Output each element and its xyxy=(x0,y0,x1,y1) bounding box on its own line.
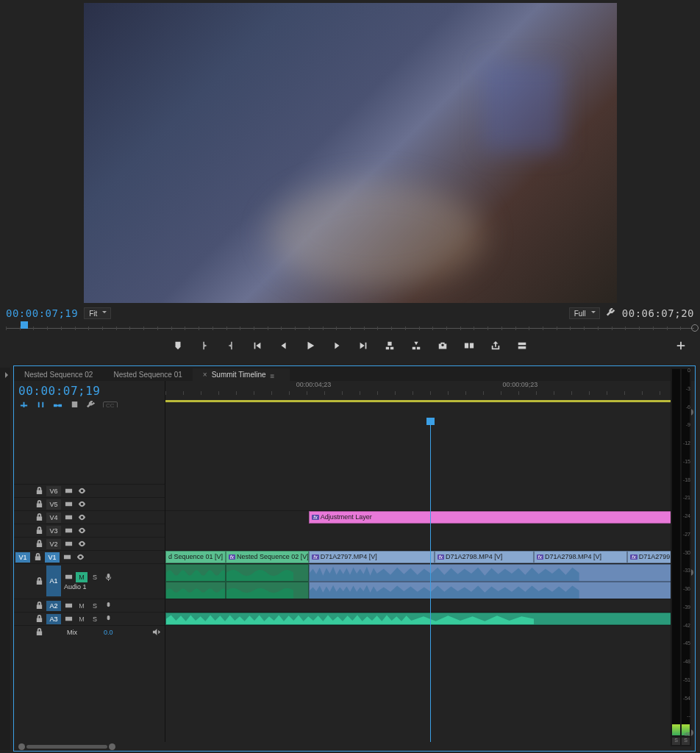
toggle-track-output-icon[interactable] xyxy=(76,526,88,536)
lock-icon[interactable] xyxy=(33,601,45,611)
mark-in-button[interactable] xyxy=(199,340,210,351)
export-frame-button[interactable] xyxy=(437,340,449,351)
proxy-toggle-button[interactable] xyxy=(516,340,528,351)
tab-summit-timeline[interactable]: × Summit Timeline xyxy=(193,368,290,381)
voiceover-record-icon[interactable] xyxy=(102,572,114,582)
track-header-a3[interactable]: A3 M S xyxy=(14,612,165,625)
audio-clip-a3[interactable] xyxy=(165,613,688,625)
mute-button[interactable]: M xyxy=(76,601,88,611)
sync-lock-icon[interactable] xyxy=(61,552,73,563)
clip-d71a2798a[interactable]: fxD71A2798.MP4 [V] xyxy=(435,551,534,563)
track-mix-row[interactable] xyxy=(165,625,688,638)
zoom-handle-left[interactable] xyxy=(18,743,25,750)
zoom-scrollbar[interactable] xyxy=(26,745,107,749)
track-label[interactable]: A2 xyxy=(46,601,61,611)
track-a2-row[interactable] xyxy=(165,599,688,612)
toggle-track-output-icon[interactable] xyxy=(74,552,86,563)
sync-lock-icon[interactable] xyxy=(63,486,74,496)
track-header-a2[interactable]: A2 M S xyxy=(14,599,165,612)
lock-icon[interactable] xyxy=(33,513,45,523)
monitor-scrubber[interactable] xyxy=(6,321,694,335)
track-header-v3[interactable]: V3 xyxy=(14,524,165,537)
solo-button[interactable]: S xyxy=(89,572,101,582)
track-header-v5[interactable]: V5 xyxy=(14,497,165,510)
lock-icon[interactable] xyxy=(32,552,43,563)
current-timecode[interactable]: 00:00:07;19 xyxy=(6,307,78,319)
solo-left-button[interactable]: S xyxy=(672,738,680,745)
audio-clip[interactable] xyxy=(309,582,688,599)
voiceover-record-icon[interactable] xyxy=(102,614,114,624)
button-editor-add[interactable] xyxy=(675,340,687,351)
lock-icon[interactable] xyxy=(33,486,45,496)
track-label[interactable]: A3 xyxy=(46,614,61,624)
settings-wrench-icon[interactable] xyxy=(606,308,616,318)
lift-button[interactable] xyxy=(384,340,396,351)
comparison-view-button[interactable] xyxy=(463,340,475,351)
mix-value[interactable]: 0.0 xyxy=(104,629,113,636)
src-patch-v1[interactable]: V1 xyxy=(15,552,30,563)
left-collapsed-panel[interactable] xyxy=(0,368,10,750)
go-to-in-button[interactable] xyxy=(251,340,263,351)
meter-channel-left[interactable] xyxy=(672,369,680,735)
solo-right-button[interactable]: S xyxy=(682,738,690,745)
mark-out-button[interactable] xyxy=(225,340,237,351)
tab-nested-sequence-02[interactable]: Nested Sequence 02 xyxy=(14,368,103,381)
mute-button[interactable]: M xyxy=(76,614,88,624)
track-label[interactable]: V4 xyxy=(46,513,61,523)
duration-timecode[interactable]: 00:06:07;20 xyxy=(622,307,694,319)
audio-clip[interactable] xyxy=(226,582,310,599)
tab-nested-sequence-01[interactable]: Nested Sequence 01 xyxy=(103,368,192,381)
track-v4-row[interactable]: fxAdjustment Layer xyxy=(165,510,688,524)
go-to-out-button[interactable] xyxy=(357,340,369,351)
track-header-v1[interactable]: V1 V1 xyxy=(14,550,165,563)
sync-lock-icon[interactable] xyxy=(63,601,74,611)
play-button[interactable] xyxy=(304,340,316,351)
mute-button[interactable]: M xyxy=(76,572,88,582)
lock-icon[interactable] xyxy=(33,576,45,586)
lock-icon[interactable] xyxy=(33,614,45,624)
track-label[interactable]: V5 xyxy=(46,499,61,510)
clip-nested-seq-02[interactable]: fxNested Sequence 02 [V] xyxy=(226,551,310,563)
expand-panel-icon[interactable] xyxy=(4,372,7,375)
track-label[interactable]: V6 xyxy=(46,486,61,496)
lock-icon[interactable] xyxy=(33,539,45,549)
add-marker-button[interactable] xyxy=(172,340,184,351)
lock-icon[interactable] xyxy=(33,627,45,638)
solo-button[interactable]: S xyxy=(89,601,101,611)
zoom-level-dropdown[interactable]: Fit xyxy=(84,307,111,319)
mix-output-icon[interactable] xyxy=(150,627,162,638)
clip-d71a2797[interactable]: fxD71A2797.MP4 [V] xyxy=(309,551,434,563)
audio-clip[interactable] xyxy=(309,564,688,582)
sync-lock-icon[interactable] xyxy=(63,513,74,523)
toggle-track-output-icon[interactable] xyxy=(76,513,88,523)
scrubber-end-marker[interactable] xyxy=(691,324,699,332)
track-header-v2[interactable]: V2 xyxy=(14,537,165,550)
mix-track-header[interactable]: Mix 0.0 xyxy=(14,625,165,638)
clip-nested-seq-01[interactable]: d Sequence 01 [V] xyxy=(165,551,226,563)
audio-clip[interactable] xyxy=(226,564,310,582)
timeline-ruler[interactable]: 00:00:04;23 00:00:09;23 xyxy=(165,381,695,407)
solo-button[interactable]: S xyxy=(89,614,101,624)
audio-clip[interactable] xyxy=(165,564,226,582)
track-header-v4[interactable]: V4 xyxy=(14,510,165,524)
lock-icon[interactable] xyxy=(33,499,45,510)
step-back-button[interactable] xyxy=(278,340,290,351)
zoom-handle-right[interactable] xyxy=(109,743,115,750)
tab-menu-icon[interactable] xyxy=(271,372,279,378)
track-label[interactable]: A1 xyxy=(46,565,61,596)
voiceover-record-icon[interactable] xyxy=(102,601,114,611)
work-area-bar[interactable] xyxy=(165,400,688,402)
step-forward-button[interactable] xyxy=(331,340,343,351)
sync-lock-icon[interactable] xyxy=(63,499,74,510)
timeline-tracks-area[interactable]: fxAdjustment Layer d Sequence 01 [V] fxN… xyxy=(165,407,695,742)
sync-lock-icon[interactable] xyxy=(63,572,74,582)
sync-lock-icon[interactable] xyxy=(63,526,74,536)
track-header-v6[interactable]: V6 xyxy=(14,484,165,497)
track-label[interactable]: V3 xyxy=(46,526,61,536)
toggle-track-output-icon[interactable] xyxy=(76,486,88,496)
track-a3-row[interactable] xyxy=(165,612,688,625)
extract-button[interactable] xyxy=(410,340,422,351)
sync-lock-icon[interactable] xyxy=(63,614,74,624)
audio-clip[interactable] xyxy=(165,582,226,599)
clip-adjustment-layer[interactable]: fxAdjustment Layer xyxy=(309,511,688,524)
